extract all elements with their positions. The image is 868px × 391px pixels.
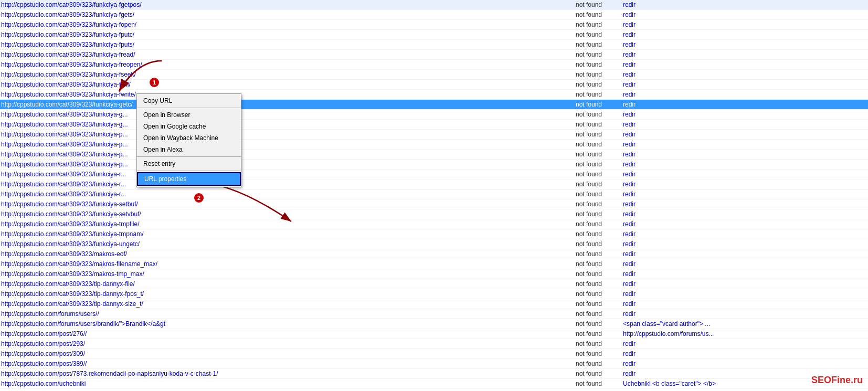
table-row[interactable]: http://cppstudio.com/cat/309/323/makros-… [0, 259, 868, 269]
table-row[interactable]: http://cppstudio.com/cat/309/323/funkciy… [0, 0, 868, 10]
redirect-cell: http://cppstudio.com/forums/us... [620, 330, 778, 337]
status-cell: not found [557, 350, 620, 357]
table-row[interactable]: http://cppstudio.com/cat/309/323/funkciy… [0, 10, 868, 20]
table-row[interactable]: http://cppstudio.com/cat/309/323/funkciy… [0, 20, 868, 30]
url-cell: http://cppstudio.com/cat/309/323/funkciy… [1, 181, 557, 188]
table-row[interactable]: http://cppstudio.com/cat/309/323/funkciy… [0, 229, 868, 239]
url-cell: http://cppstudio.com/cat/309/323/funkciy… [1, 210, 557, 218]
table-row[interactable]: http://cppstudio.com/forums/users/brandi… [0, 319, 868, 329]
context-menu-open-browser[interactable]: Open in Browser [137, 109, 241, 121]
context-menu-url-properties[interactable]: URL properties [137, 172, 241, 186]
context-menu-separator-2 [137, 156, 241, 157]
url-cell: http://cppstudio.com/cat/309/323/tip-dan… [1, 290, 557, 298]
redirect-cell: redir [620, 210, 778, 218]
table-row[interactable]: http://cppstudio.com/cat/309/323/funkciy… [0, 30, 868, 40]
table-row[interactable]: http://cppstudio.com/post/293/not foundr… [0, 339, 868, 349]
table-row[interactable]: http://cppstudio.com/cat/309/323/funkciy… [0, 130, 868, 140]
table-row[interactable]: http://cppstudio.com/cat/309/323/tip-dan… [0, 289, 868, 299]
url-cell: http://cppstudio.com/cat/309/323/funkciy… [1, 200, 557, 208]
status-cell: not found [557, 300, 620, 308]
table-row[interactable]: http://cppstudio.com/cat/309/323/funkciy… [0, 40, 868, 50]
table-row[interactable]: http://cppstudio.com/cat/309/323/funkciy… [0, 60, 868, 70]
redirect-cell: redir [620, 230, 778, 238]
table-row[interactable]: http://cppstudio.com/forums/users//not f… [0, 309, 868, 319]
context-menu-open-google-cache[interactable]: Open in Google cache [137, 121, 241, 132]
redirect-cell: redir [620, 11, 778, 18]
table-row[interactable]: http://cppstudio.com/cat/309/323/makros-… [0, 249, 868, 259]
table-row[interactable]: http://cppstudio.com/cat/309/323/funkciy… [0, 239, 868, 249]
status-cell: not found [557, 31, 620, 38]
redirect-cell: redir [620, 51, 778, 58]
context-menu-open-alexa[interactable]: Open in Alexa [137, 144, 241, 155]
redirect-cell: redir [620, 240, 778, 248]
status-cell: not found [557, 71, 620, 78]
redirect-cell: redir [620, 220, 778, 228]
badge-2: 2 [194, 193, 204, 203]
redirect-cell: redir [620, 91, 778, 98]
status-cell: not found [557, 121, 620, 128]
table-row[interactable]: http://cppstudio.com/post/7873.rekomenda… [0, 369, 868, 379]
table-row[interactable]: http://cppstudio.com/cat/309/323/funkciy… [0, 140, 868, 150]
status-cell: not found [557, 210, 620, 218]
redirect-cell: <span class="vcard author"> ... [620, 320, 778, 327]
table-row[interactable]: http://cppstudio.com/uchebnikinot foundU… [0, 379, 868, 389]
redirect-cell: redir [620, 260, 778, 268]
status-cell: not found [557, 320, 620, 327]
redirect-cell: redir [620, 280, 778, 288]
table-row[interactable]: http://cppstudio.com/cat/309/323/funkciy… [0, 50, 868, 60]
redirect-cell: redir [620, 300, 778, 308]
status-cell: not found [557, 220, 620, 228]
redirect-cell: redir [620, 1, 778, 8]
status-cell: not found [557, 340, 620, 347]
table-row[interactable]: http://cppstudio.com/cat/309/323/funkciy… [0, 179, 868, 189]
table-row[interactable]: http://cppstudio.com/cat/309/323/funkciy… [0, 80, 868, 90]
table-row[interactable]: http://cppstudio.com/cat/309/323/funkciy… [0, 170, 868, 179]
url-cell: http://cppstudio.com/cat/309/323/makros-… [1, 270, 557, 278]
table-row[interactable]: http://cppstudio.com/cat/309/323/funkciy… [0, 189, 868, 199]
status-cell: not found [557, 1, 620, 8]
status-cell: not found [557, 200, 620, 208]
url-cell: http://cppstudio.com/cat/309/323/funkciy… [1, 31, 557, 38]
table-row[interactable]: http://cppstudio.com/cat/309/323/funkciy… [0, 209, 868, 219]
redirect-cell: redir [620, 350, 778, 357]
url-cell: http://cppstudio.com/cat/309/323/funkciy… [1, 1, 557, 8]
context-menu-copy-url[interactable]: Copy URL [137, 95, 241, 107]
table-row[interactable]: http://cppstudio.com/post/276//not found… [0, 329, 868, 339]
context-menu: Copy URL Open in Browser Open in Google … [136, 93, 241, 187]
status-cell: not found [557, 181, 620, 188]
table-row[interactable]: http://cppstudio.com/cat/309/323/makros-… [0, 269, 868, 279]
redirect-cell: redir [620, 31, 778, 38]
context-menu-open-wayback[interactable]: Open in Wayback Machine [137, 132, 241, 144]
table-row[interactable]: http://cppstudio.com/cat/309/323/funkciy… [0, 70, 868, 80]
status-cell: not found [557, 191, 620, 198]
table-row[interactable]: http://cppstudio.com/cat/309/323/funkciy… [0, 160, 868, 170]
redirect-cell: Uchebniki <b class="caret"> </b> [620, 380, 778, 387]
redirect-cell: redir [620, 171, 778, 178]
table-row[interactable]: http://cppstudio.com/cat/309/323/funkciy… [0, 219, 868, 229]
redirect-cell: redir [620, 71, 778, 78]
url-cell: http://cppstudio.com/cat/309/323/funkciy… [1, 101, 557, 108]
redirect-cell: redir [620, 310, 778, 318]
context-menu-reset-entry[interactable]: Reset entry [137, 158, 241, 170]
status-cell: not found [557, 310, 620, 318]
redirect-cell: redir [620, 121, 778, 128]
table-row[interactable]: http://cppstudio.com/cat/309/323/funkciy… [0, 100, 868, 110]
url-cell: http://cppstudio.com/cat/309/323/tip-dan… [1, 300, 557, 308]
table-row[interactable]: http://cppstudio.com/cat/309/323/tip-dan… [0, 299, 868, 309]
table-row[interactable]: http://cppstudio.com/cat/309/323/funkciy… [0, 199, 868, 209]
url-cell: http://cppstudio.com/uchebniki [1, 380, 557, 387]
table-row[interactable]: http://cppstudio.com/cat/309/323/funkciy… [0, 150, 868, 160]
url-cell: http://cppstudio.com/cat/309/323/funkciy… [1, 61, 557, 68]
table-row[interactable]: http://cppstudio.com/post/309/not foundr… [0, 349, 868, 359]
url-cell: http://cppstudio.com/forums/users// [1, 310, 557, 318]
table-row[interactable]: http://cppstudio.com/cat/309/323/tip-dan… [0, 279, 868, 289]
table-row[interactable]: http://cppstudio.com/cat/309/323/funkciy… [0, 90, 868, 100]
status-cell: not found [557, 81, 620, 88]
table-row[interactable]: http://cppstudio.com/cat/309/323/funkciy… [0, 120, 868, 130]
table-row[interactable]: http://cppstudio.com/cat/309/323/funkciy… [0, 110, 868, 120]
status-cell: not found [557, 131, 620, 138]
redirect-cell: redir [620, 340, 778, 347]
watermark: SEOFine.ru [811, 375, 863, 386]
table-row[interactable]: http://cppstudio.com/post/389//not found… [0, 359, 868, 369]
redirect-cell: redir [620, 161, 778, 168]
